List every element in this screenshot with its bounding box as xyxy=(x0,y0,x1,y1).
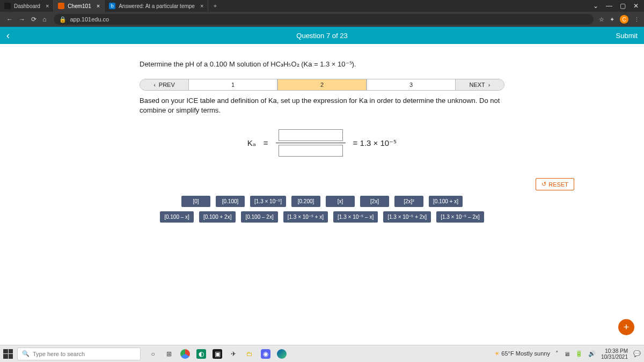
search-icon: 🔍 xyxy=(22,350,30,357)
forward-icon[interactable]: → xyxy=(19,16,25,23)
fraction-bar xyxy=(276,143,346,143)
windows-taskbar: 🔍 Type here to search ○ ⊞ ◐ ▣ ✈ 🗀 ◉ ☀ 65… xyxy=(0,345,644,362)
tab-label: Answered: At a particular tempe xyxy=(119,3,195,9)
maximize-icon[interactable]: ▢ xyxy=(620,2,626,10)
step-label: 1 xyxy=(231,82,235,88)
weather-text: 65°F Mostly sunny xyxy=(501,350,550,357)
menu-icon[interactable]: ⋮ xyxy=(634,16,640,23)
ka-symbol: Kₐ xyxy=(247,138,256,148)
start-button[interactable] xyxy=(3,349,13,359)
close-icon[interactable]: × xyxy=(200,3,203,9)
taskbar-search[interactable]: 🔍 Type here to search xyxy=(17,348,141,360)
clock-time: 10:38 PM xyxy=(601,348,628,354)
star-icon[interactable]: ☆ xyxy=(599,16,604,23)
extension-icon[interactable]: ✦ xyxy=(610,16,614,23)
minimize-icon[interactable]: — xyxy=(606,2,612,10)
browser-toolbar: ← → ⟳ ⌂ 🔒 app.101edu.co ☆ ✦ C ⋮ xyxy=(0,12,644,27)
tile[interactable]: [2x]² xyxy=(394,196,423,207)
tile[interactable]: [1.3 × 10⁻⁵] xyxy=(250,196,286,207)
tray-chevron-icon[interactable]: ˄ xyxy=(555,350,559,357)
app-back-icon[interactable]: ‹ xyxy=(6,30,10,41)
tab-label: Dashboard xyxy=(14,3,40,9)
tile[interactable]: [1.3 × 10⁻⁵ – x] xyxy=(333,211,378,223)
edge-icon[interactable] xyxy=(277,349,287,359)
step-navigator: ‹ PREV 1 2 3 NEXT › xyxy=(140,79,504,91)
app-header: ‹ Question 7 of 23 Submit xyxy=(0,27,644,44)
reload-icon[interactable]: ⟳ xyxy=(31,16,36,23)
profile-icon[interactable]: C xyxy=(620,15,628,24)
file-explorer-icon[interactable]: 🗀 xyxy=(245,349,254,359)
submit-button[interactable]: Submit xyxy=(616,32,638,40)
answer-tiles: [0] [0.100] [1.3 × 10⁻⁵] [0.200] [x] [2x… xyxy=(70,196,574,223)
step-label: 2 xyxy=(320,82,324,88)
chevron-right-icon: › xyxy=(488,82,491,88)
clock[interactable]: 10:38 PM 10/31/2021 xyxy=(601,348,628,360)
numerator-slot[interactable] xyxy=(279,129,343,141)
tab-answered[interactable]: b Answered: At a particular tempe × xyxy=(105,0,208,12)
step-2[interactable]: 2 xyxy=(277,79,367,90)
plus-icon: + xyxy=(624,322,630,333)
lock-icon: 🔒 xyxy=(59,16,67,23)
fraction xyxy=(276,129,346,157)
browser-titlebar: Dashboard × Chem101 × b Answered: At a p… xyxy=(0,0,644,12)
tray-volume-icon[interactable]: 🔊 xyxy=(588,350,596,357)
tab-dashboard[interactable]: Dashboard × xyxy=(0,0,54,12)
content-area: Determine the pH of a 0.100 M solution o… xyxy=(0,44,644,223)
next-label: NEXT xyxy=(469,82,485,88)
new-tab-button[interactable]: ＋ xyxy=(208,0,222,12)
reset-button[interactable]: ↺ RESET xyxy=(536,178,574,190)
step-label: 3 xyxy=(409,82,413,88)
step-3[interactable]: 3 xyxy=(367,79,456,90)
tray-monitor-icon[interactable]: 🖥 xyxy=(564,351,570,357)
app-icon[interactable]: ◐ xyxy=(196,349,206,359)
favicon-icon: b xyxy=(109,3,115,9)
next-button[interactable]: NEXT › xyxy=(456,79,504,90)
tile[interactable]: [2x] xyxy=(360,196,389,207)
tile[interactable]: [1.3 × 10⁻⁵ + 2x] xyxy=(383,211,431,223)
close-icon[interactable]: × xyxy=(97,3,100,9)
tile[interactable]: [0.100 – x] xyxy=(160,211,194,223)
tile[interactable]: [0.100 – 2x] xyxy=(241,211,277,223)
tile[interactable]: [0.100 + x] xyxy=(429,196,463,207)
favicon-icon xyxy=(58,3,64,9)
chrome-icon[interactable] xyxy=(180,349,190,359)
close-icon[interactable]: × xyxy=(46,3,49,9)
tile[interactable]: [0] xyxy=(181,196,210,207)
tile[interactable]: [0.100 + 2x] xyxy=(199,211,236,223)
undo-icon: ↺ xyxy=(541,181,546,188)
tray-battery-icon[interactable]: 🔋 xyxy=(575,350,583,357)
discord-icon[interactable]: ◉ xyxy=(261,349,270,359)
help-fab[interactable]: + xyxy=(618,319,634,335)
app-icon[interactable]: ✈ xyxy=(229,349,238,359)
app-icon[interactable]: ▣ xyxy=(213,349,222,359)
denominator-slot[interactable] xyxy=(279,145,343,157)
tab-chem101[interactable]: Chem101 × xyxy=(54,0,105,12)
tile[interactable]: [1.3 × 10⁻⁵ – 2x] xyxy=(436,211,484,223)
home-icon[interactable]: ⌂ xyxy=(42,16,46,23)
back-icon[interactable]: ← xyxy=(6,16,13,23)
chevron-down-icon[interactable]: ⌄ xyxy=(593,2,598,10)
plus-icon: ＋ xyxy=(213,2,218,10)
weather-widget[interactable]: ☀ 65°F Mostly sunny xyxy=(494,350,550,357)
equals-sign: = xyxy=(264,138,268,147)
tile[interactable]: [x] xyxy=(326,196,355,207)
taskview-icon[interactable]: ⊞ xyxy=(164,349,174,359)
question-counter: Question 7 of 23 xyxy=(296,32,347,40)
question-prompt: Determine the pH of a 0.100 M solution o… xyxy=(140,60,504,68)
close-window-icon[interactable]: ✕ xyxy=(633,2,639,10)
notifications-icon[interactable]: 💬 xyxy=(633,350,641,357)
prev-label: PREV xyxy=(159,82,175,88)
tab-label: Chem101 xyxy=(68,3,91,9)
ka-expression: Kₐ = = 1.3 × 10⁻⁵ xyxy=(140,129,504,157)
address-bar[interactable]: 🔒 app.101edu.co xyxy=(54,14,594,25)
tile[interactable]: [1.3 × 10⁻⁵ + x] xyxy=(283,211,328,223)
url-text: app.101edu.co xyxy=(70,16,109,23)
tile[interactable]: [0.200] xyxy=(291,196,320,207)
cortana-icon[interactable]: ○ xyxy=(148,349,158,359)
step-instruction: Based on your ICE table and definition o… xyxy=(140,96,504,115)
chevron-left-icon: ‹ xyxy=(153,82,156,88)
favicon-icon xyxy=(4,3,11,9)
prev-button[interactable]: ‹ PREV xyxy=(140,79,188,90)
step-1[interactable]: 1 xyxy=(188,79,277,90)
tile[interactable]: [0.100] xyxy=(216,196,245,207)
